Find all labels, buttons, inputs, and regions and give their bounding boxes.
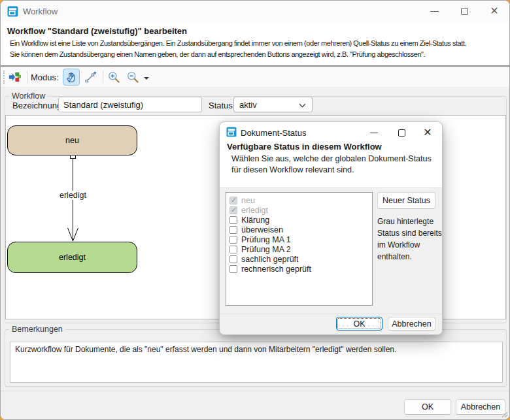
status-node-neu[interactable]: neu [7, 125, 137, 155]
transition-label[interactable]: erledigt [58, 191, 88, 200]
zoom-in-icon [107, 71, 120, 84]
toolbar: Modus: [1, 67, 509, 88]
footer-divider [1, 391, 509, 391]
hand-icon [65, 71, 78, 84]
status-list-item[interactable]: Prüfung MA 1 [226, 234, 372, 244]
dialog-description-line1: Wählen Sie aus, welche der globalen Doku… [231, 154, 432, 163]
status-item-label: Klärung [241, 216, 269, 225]
status-item-label: sachlich geprüft [241, 255, 299, 264]
status-item-label: Prüfung MA 1 [241, 235, 291, 244]
dialog-button-divider [220, 314, 442, 314]
dialog-cancel-button[interactable]: Abbrechen [388, 317, 435, 331]
resize-grip[interactable] [500, 410, 508, 418]
status-selected-value: aktiv [239, 100, 257, 110]
dialog-description-line2: für diesen Workflow relevant sind. [231, 165, 354, 174]
status-label: Status [209, 101, 233, 110]
dialog-title: Dokument-Status [241, 128, 306, 138]
checkbox-icon[interactable] [230, 236, 237, 244]
close-icon: ✕ [423, 127, 432, 138]
layout-grid-button[interactable] [7, 69, 24, 86]
app-icon [7, 6, 18, 17]
transition-label-wrap: erledigt [6, 189, 140, 201]
status-list-item: erledigt [226, 205, 372, 215]
bemerkungen-groupbox: Bemerkungen Kurzworkflow für Dokumente, … [5, 329, 507, 387]
zoom-out-icon [126, 71, 139, 84]
zoom-in-button[interactable] [105, 69, 122, 86]
status-item-label: überweisen [241, 225, 283, 234]
connect-tool-icon [84, 71, 97, 84]
header-description-line1: Ein Workflow ist eine Liste von Zustands… [10, 39, 507, 47]
minimize-icon [370, 133, 378, 133]
layout-grid-icon [8, 71, 22, 84]
bezeichnung-label: Bezeichnung: [12, 101, 64, 110]
status-listbox[interactable]: neu erledigt Klärung überweisen [226, 192, 373, 306]
workflow-group-label: Workflow [9, 91, 48, 101]
checkbox-icon [230, 197, 237, 204]
status-item-label: rechnerisch geprüft [241, 265, 311, 274]
maximize-icon [398, 129, 405, 137]
status-list-item[interactable]: rechnerisch geprüft [226, 264, 372, 274]
status-item-label: erledigt [241, 206, 268, 215]
bezeichnung-input[interactable] [58, 97, 202, 112]
checkbox-icon[interactable] [230, 265, 237, 273]
dialog-maximize-button[interactable] [388, 123, 415, 142]
checkbox-icon[interactable] [230, 246, 237, 253]
toolbar-separator [27, 71, 27, 84]
status-list-item[interactable]: Prüfung MA 2 [226, 244, 372, 254]
dialog-close-button[interactable]: ✕ [415, 123, 441, 142]
minimize-icon [430, 11, 439, 12]
status-list-item: neu [226, 195, 372, 205]
node-label: erledigt [59, 253, 86, 262]
header-description-line2: Sie können dem Zustandsübergang einen Na… [10, 50, 507, 58]
dialog-heading: Verfügbare Status in diesem Workflow [227, 142, 382, 152]
app-icon [226, 127, 237, 137]
status-node-erledigt[interactable]: erledigt [7, 242, 137, 273]
chevron-down-icon [299, 103, 306, 108]
ok-button[interactable]: OK [404, 399, 451, 415]
checkbox-icon[interactable] [230, 255, 237, 263]
maximize-button[interactable] [449, 1, 479, 22]
dokument-status-dialog: Dokument-Status ✕ Verfügbare Status in d… [219, 121, 443, 335]
dialog-minimize-button[interactable] [361, 123, 387, 142]
checkbox-icon [230, 206, 237, 214]
checkbox-icon[interactable] [230, 226, 237, 234]
toolbar-separator [103, 71, 103, 84]
window-title: Workflow [23, 7, 58, 16]
checkbox-icon[interactable] [230, 216, 237, 224]
status-list-item[interactable]: sachlich geprüft [226, 254, 372, 264]
page-title: Workflow "Standard (zweistufig)" bearbei… [7, 26, 187, 36]
status-item-label: neu [241, 196, 255, 205]
pan-tool-button[interactable] [63, 69, 80, 86]
cancel-button[interactable]: Abbrechen [456, 399, 505, 415]
bemerkungen-group-label: Bemerkungen [9, 325, 65, 334]
status-select[interactable]: aktiv [233, 97, 313, 112]
new-status-button[interactable]: Neuer Status [377, 192, 435, 209]
maximize-icon [461, 8, 468, 15]
status-item-label: Prüfung MA 2 [241, 245, 291, 254]
toolbar-dropdown-icon[interactable] [144, 77, 149, 80]
dialog-titlebar[interactable]: Dokument-Status ✕ [220, 122, 442, 144]
window-titlebar[interactable]: Workflow ✕ [1, 1, 509, 22]
status-list-item[interactable]: überweisen [226, 225, 372, 234]
minimize-button[interactable] [419, 1, 449, 22]
dialog-ok-button[interactable]: OK [336, 317, 382, 331]
bemerkungen-textarea[interactable]: Kurzworkflow für Dokumente, die als "neu… [10, 342, 503, 383]
node-label: neu [65, 136, 79, 145]
zoom-out-button[interactable] [124, 69, 141, 86]
dialog-lower-section: neu erledigt Klärung überweisen [220, 187, 442, 335]
close-button[interactable]: ✕ [479, 1, 509, 22]
header: Workflow "Standard (zweistufig)" bearbei… [1, 22, 509, 65]
close-icon: ✕ [490, 6, 498, 16]
toolbar-grip[interactable] [3, 71, 5, 84]
modus-label: Modus: [31, 73, 59, 82]
status-list-item[interactable]: Klärung [226, 215, 372, 225]
status-hint-text: Grau hinterlegte Status sind bereits im … [377, 216, 443, 263]
connect-tool-button[interactable] [82, 69, 99, 86]
workflow-window: Workflow ✕ Workflow "Standard (zweistufi… [0, 0, 510, 420]
